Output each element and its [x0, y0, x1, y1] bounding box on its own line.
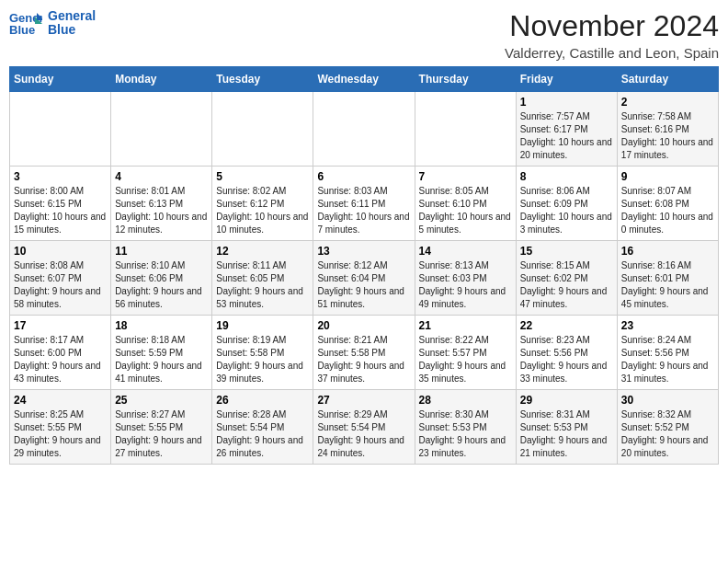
day-number: 11	[115, 245, 208, 258]
calendar-table: SundayMondayTuesdayWednesdayThursdayFrid…	[9, 66, 719, 465]
day-number: 13	[317, 245, 410, 258]
day-number: 21	[419, 319, 512, 332]
day-info: Sunrise: 8:28 AMSunset: 5:54 PMDaylight:…	[216, 408, 309, 460]
calendar-cell: 27Sunrise: 8:29 AMSunset: 5:54 PMDayligh…	[313, 390, 415, 465]
day-info: Sunrise: 8:15 AMSunset: 6:02 PMDaylight:…	[520, 259, 613, 311]
day-number: 3	[14, 170, 107, 183]
day-info: Sunrise: 8:01 AMSunset: 6:13 PMDaylight:…	[115, 185, 208, 236]
day-info: Sunrise: 8:19 AMSunset: 5:58 PMDaylight:…	[216, 334, 309, 385]
logo-line1: General	[48, 9, 96, 23]
calendar-cell: 5Sunrise: 8:02 AMSunset: 6:12 PMDaylight…	[212, 167, 313, 241]
day-info: Sunrise: 8:30 AMSunset: 5:53 PMDaylight:…	[419, 408, 512, 460]
day-number: 15	[520, 245, 613, 258]
calendar-cell: 28Sunrise: 8:30 AMSunset: 5:53 PMDayligh…	[415, 390, 516, 465]
title-area: November 2024 Valderrey, Castille and Le…	[505, 9, 719, 61]
calendar-cell: 6Sunrise: 8:03 AMSunset: 6:11 PMDaylight…	[313, 167, 415, 241]
logo: General Blue General Blue	[9, 9, 96, 38]
day-number: 18	[115, 319, 208, 332]
day-number: 12	[216, 245, 309, 258]
column-header-sunday: Sunday	[10, 67, 111, 92]
calendar-cell	[212, 92, 313, 167]
calendar-cell: 9Sunrise: 8:07 AMSunset: 6:08 PMDaylight…	[617, 167, 718, 241]
day-number: 16	[621, 245, 714, 258]
column-header-thursday: Thursday	[415, 67, 516, 92]
day-number: 26	[216, 394, 309, 407]
day-number: 22	[520, 319, 613, 332]
day-info: Sunrise: 8:13 AMSunset: 6:03 PMDaylight:…	[419, 259, 512, 311]
calendar-cell: 21Sunrise: 8:22 AMSunset: 5:57 PMDayligh…	[415, 316, 516, 390]
calendar-cell: 10Sunrise: 8:08 AMSunset: 6:07 PMDayligh…	[10, 241, 111, 316]
day-info: Sunrise: 8:08 AMSunset: 6:07 PMDaylight:…	[14, 259, 107, 311]
calendar-cell: 2Sunrise: 7:58 AMSunset: 6:16 PMDaylight…	[617, 92, 718, 167]
day-info: Sunrise: 8:17 AMSunset: 6:00 PMDaylight:…	[14, 334, 107, 385]
calendar-cell: 30Sunrise: 8:32 AMSunset: 5:52 PMDayligh…	[617, 390, 718, 465]
calendar-cell: 7Sunrise: 8:05 AMSunset: 6:10 PMDaylight…	[415, 167, 516, 241]
calendar-cell: 29Sunrise: 8:31 AMSunset: 5:53 PMDayligh…	[516, 390, 617, 465]
logo-icon: General Blue	[9, 9, 42, 37]
day-number: 17	[14, 319, 107, 332]
calendar-cell: 12Sunrise: 8:11 AMSunset: 6:05 PMDayligh…	[212, 241, 313, 316]
day-number: 20	[317, 319, 410, 332]
day-info: Sunrise: 8:23 AMSunset: 5:56 PMDaylight:…	[520, 334, 613, 385]
day-info: Sunrise: 8:16 AMSunset: 6:01 PMDaylight:…	[621, 259, 714, 311]
day-info: Sunrise: 8:22 AMSunset: 5:57 PMDaylight:…	[419, 334, 512, 385]
column-header-wednesday: Wednesday	[313, 67, 415, 92]
calendar-cell	[313, 92, 415, 167]
calendar-cell: 4Sunrise: 8:01 AMSunset: 6:13 PMDaylight…	[111, 167, 212, 241]
week-row-3: 10Sunrise: 8:08 AMSunset: 6:07 PMDayligh…	[10, 241, 719, 316]
calendar-cell: 20Sunrise: 8:21 AMSunset: 5:58 PMDayligh…	[313, 316, 415, 390]
month-title: November 2024	[505, 9, 719, 43]
day-info: Sunrise: 8:00 AMSunset: 6:15 PMDaylight:…	[14, 185, 107, 236]
day-number: 9	[621, 170, 714, 183]
day-info: Sunrise: 8:12 AMSunset: 6:04 PMDaylight:…	[317, 259, 410, 311]
day-info: Sunrise: 8:06 AMSunset: 6:09 PMDaylight:…	[520, 185, 613, 236]
calendar-cell	[111, 92, 212, 167]
calendar-cell: 11Sunrise: 8:10 AMSunset: 6:06 PMDayligh…	[111, 241, 212, 316]
day-info: Sunrise: 8:31 AMSunset: 5:53 PMDaylight:…	[520, 408, 613, 460]
calendar-cell: 17Sunrise: 8:17 AMSunset: 6:00 PMDayligh…	[10, 316, 111, 390]
day-number: 30	[621, 394, 714, 407]
day-number: 5	[216, 170, 309, 183]
week-row-2: 3Sunrise: 8:00 AMSunset: 6:15 PMDaylight…	[10, 167, 719, 241]
day-number: 27	[317, 394, 410, 407]
calendar-cell: 24Sunrise: 8:25 AMSunset: 5:55 PMDayligh…	[10, 390, 111, 465]
day-info: Sunrise: 8:02 AMSunset: 6:12 PMDaylight:…	[216, 185, 309, 236]
calendar-cell: 19Sunrise: 8:19 AMSunset: 5:58 PMDayligh…	[212, 316, 313, 390]
logo-line2: Blue	[48, 23, 96, 37]
calendar-cell: 23Sunrise: 8:24 AMSunset: 5:56 PMDayligh…	[617, 316, 718, 390]
day-info: Sunrise: 8:11 AMSunset: 6:05 PMDaylight:…	[216, 259, 309, 311]
day-info: Sunrise: 8:10 AMSunset: 6:06 PMDaylight:…	[115, 259, 208, 311]
calendar-cell: 13Sunrise: 8:12 AMSunset: 6:04 PMDayligh…	[313, 241, 415, 316]
day-number: 19	[216, 319, 309, 332]
day-info: Sunrise: 8:27 AMSunset: 5:55 PMDaylight:…	[115, 408, 208, 460]
column-header-tuesday: Tuesday	[212, 67, 313, 92]
page-header: General Blue General Blue November 2024 …	[9, 9, 719, 61]
location-title: Valderrey, Castille and Leon, Spain	[505, 45, 719, 61]
calendar-cell: 22Sunrise: 8:23 AMSunset: 5:56 PMDayligh…	[516, 316, 617, 390]
column-header-saturday: Saturday	[617, 67, 718, 92]
calendar-cell: 25Sunrise: 8:27 AMSunset: 5:55 PMDayligh…	[111, 390, 212, 465]
day-number: 7	[419, 170, 512, 183]
svg-text:Blue: Blue	[9, 23, 35, 37]
day-info: Sunrise: 7:57 AMSunset: 6:17 PMDaylight:…	[520, 110, 613, 162]
day-number: 2	[621, 96, 714, 109]
week-row-5: 24Sunrise: 8:25 AMSunset: 5:55 PMDayligh…	[10, 390, 719, 465]
day-info: Sunrise: 7:58 AMSunset: 6:16 PMDaylight:…	[621, 110, 714, 162]
calendar-body: 1Sunrise: 7:57 AMSunset: 6:17 PMDaylight…	[10, 92, 719, 465]
day-number: 28	[419, 394, 512, 407]
calendar-cell: 18Sunrise: 8:18 AMSunset: 5:59 PMDayligh…	[111, 316, 212, 390]
calendar-cell: 14Sunrise: 8:13 AMSunset: 6:03 PMDayligh…	[415, 241, 516, 316]
day-number: 1	[520, 96, 613, 109]
calendar-cell: 8Sunrise: 8:06 AMSunset: 6:09 PMDaylight…	[516, 167, 617, 241]
day-info: Sunrise: 8:24 AMSunset: 5:56 PMDaylight:…	[621, 334, 714, 385]
calendar-cell: 1Sunrise: 7:57 AMSunset: 6:17 PMDaylight…	[516, 92, 617, 167]
day-number: 29	[520, 394, 613, 407]
day-number: 6	[317, 170, 410, 183]
day-info: Sunrise: 8:32 AMSunset: 5:52 PMDaylight:…	[621, 408, 714, 460]
day-number: 14	[419, 245, 512, 258]
day-number: 23	[621, 319, 714, 332]
calendar-cell: 3Sunrise: 8:00 AMSunset: 6:15 PMDaylight…	[10, 167, 111, 241]
day-info: Sunrise: 8:25 AMSunset: 5:55 PMDaylight:…	[14, 408, 107, 460]
calendar-cell: 16Sunrise: 8:16 AMSunset: 6:01 PMDayligh…	[617, 241, 718, 316]
day-info: Sunrise: 8:07 AMSunset: 6:08 PMDaylight:…	[621, 185, 714, 236]
